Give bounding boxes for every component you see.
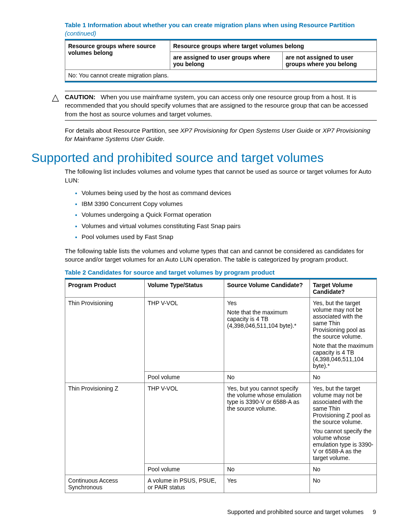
table1-h-source: Resource groups where source volumes bel… bbox=[65, 41, 170, 70]
t2-cell: THP V-VOL bbox=[145, 383, 224, 464]
footer-text: Supported and prohibited source and targ… bbox=[227, 509, 363, 515]
list-item: Volumes being used by the host as comman… bbox=[82, 189, 374, 197]
t2-h1: Program Product bbox=[65, 280, 145, 298]
t2-h2: Volume Type/Status bbox=[145, 280, 224, 298]
caution-block: △ CAUTION: When you use mainframe system… bbox=[65, 91, 377, 121]
table-row: Thin Provisioning THP V-VOL Yes Note tha… bbox=[65, 298, 377, 372]
details-para: For details about Resource Partition, se… bbox=[65, 126, 377, 144]
t2-cell: Yes, but the target volume may not be as… bbox=[310, 383, 377, 464]
table-row: Continuous Access Synchronous A volume i… bbox=[65, 475, 377, 493]
page-footer: Supported and prohibited source and targ… bbox=[227, 509, 376, 515]
table-row: Thin Provisioning Z THP V-VOL Yes, but y… bbox=[65, 383, 377, 464]
t2-cell: No bbox=[224, 464, 310, 475]
t2-cell: Pool volume bbox=[145, 464, 224, 475]
list-item: Volumes and virtual volumes constituting… bbox=[82, 222, 374, 230]
t2-cell: Yes bbox=[224, 475, 310, 493]
list-item: Volumes undergoing a Quick Format operat… bbox=[82, 211, 374, 219]
t2-cell: Thin Provisioning Z bbox=[65, 383, 145, 475]
t2-h4: Target Volume Candidate? bbox=[310, 280, 377, 298]
para-after-list: The following table lists the volumes an… bbox=[65, 247, 377, 264]
table1-continued: (continued) bbox=[65, 30, 96, 37]
list-item: IBM 3390 Concurrent Copy volumes bbox=[82, 200, 374, 208]
caution-label: CAUTION: bbox=[65, 93, 95, 100]
list-item: Pool volumes used by Fast Snap bbox=[82, 233, 374, 241]
caution-text: CAUTION: When you use mainframe system, … bbox=[65, 93, 377, 118]
caution-body: When you use mainframe system, you can a… bbox=[65, 93, 368, 118]
bullet-list: Volumes being used by the host as comman… bbox=[73, 189, 374, 241]
table-row: Program Product Volume Type/Status Sourc… bbox=[65, 280, 377, 298]
t2-cell: THP V-VOL bbox=[145, 298, 224, 372]
t2-cell: Yes Note that the maximum capacity is 4 … bbox=[224, 298, 310, 372]
table-row: Resource groups where source volumes bel… bbox=[65, 41, 377, 52]
t2-cell: Yes, but you cannot specify the volume w… bbox=[224, 383, 310, 464]
table1-title: Table 1 Information about whether you ca… bbox=[65, 21, 376, 37]
table1-bottombar bbox=[65, 81, 377, 82]
t2-cell: Pool volume bbox=[145, 372, 224, 383]
table1-h-notassigned: are not assigned to user groups where yo… bbox=[283, 52, 377, 70]
table1: Resource groups where source volumes bel… bbox=[65, 40, 377, 81]
t2-cell: Thin Provisioning bbox=[65, 298, 145, 383]
t2-cell: No bbox=[310, 464, 377, 475]
t2-cell: No bbox=[224, 372, 310, 383]
table1-note: No: You cannot create migration plans. bbox=[65, 70, 377, 81]
table1-h-target: Resource groups where target volumes bel… bbox=[170, 41, 377, 52]
table1-title-text: Table 1 Information about whether you ca… bbox=[65, 21, 355, 28]
table-row: No: You cannot create migration plans. bbox=[65, 70, 377, 81]
t2-cell: Yes, but the target volume may not be as… bbox=[310, 298, 377, 372]
page-number: 9 bbox=[373, 509, 376, 515]
t2-cell: Continuous Access Synchronous bbox=[65, 475, 145, 493]
caution-bottom-rule bbox=[65, 120, 377, 121]
t2-cell: No bbox=[310, 475, 377, 493]
t2-h3: Source Volume Candidate? bbox=[224, 280, 310, 298]
table1-h-assigned: are assigned to user groups where you be… bbox=[170, 52, 283, 70]
table2-title: Table 2 Candidates for source and target… bbox=[65, 268, 376, 277]
table2: Program Product Volume Type/Status Sourc… bbox=[65, 279, 377, 493]
t2-cell: A volume in PSUS, PSUE, or PAIR status bbox=[145, 475, 224, 493]
intro-para: The following list includes volumes and … bbox=[65, 167, 377, 185]
caution-icon: △ bbox=[46, 93, 65, 102]
section-heading: Supported and prohibited source and targ… bbox=[31, 151, 376, 165]
t2-cell: No bbox=[310, 372, 377, 383]
